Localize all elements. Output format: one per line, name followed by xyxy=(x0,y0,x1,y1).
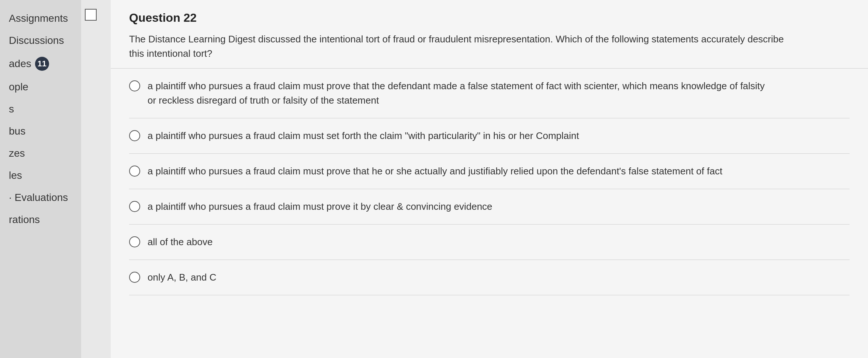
option-radio-d[interactable] xyxy=(129,201,140,212)
option-radio-e[interactable] xyxy=(129,236,140,247)
option-radio-c[interactable] xyxy=(129,166,140,177)
option-radio-f[interactable] xyxy=(129,272,140,283)
question-checkbox-area xyxy=(81,0,111,358)
sidebar-item-syllabus[interactable]: bus xyxy=(0,120,81,142)
sidebar-item-rations[interactable]: rations xyxy=(0,209,81,231)
list-item: a plaintiff who pursues a fraud claim mu… xyxy=(129,69,850,118)
sidebar-item-people[interactable]: ople xyxy=(0,76,81,98)
option-label-c: a plaintiff who pursues a fraud claim mu… xyxy=(148,164,722,178)
sidebar-item-label: ades xyxy=(9,58,31,70)
option-label-f: only A, B, and C xyxy=(148,270,216,285)
sidebar-item-label: s xyxy=(9,103,14,115)
option-label-b: a plaintiff who pursues a fraud claim mu… xyxy=(148,129,579,143)
question-header: Question 22 The Distance Learning Digest… xyxy=(111,0,868,69)
list-item: a plaintiff who pursues a fraud claim mu… xyxy=(129,118,850,154)
main-content: Question 22 The Distance Learning Digest… xyxy=(111,0,868,358)
option-label-d: a plaintiff who pursues a fraud claim mu… xyxy=(148,199,492,214)
list-item: a plaintiff who pursues a fraud claim mu… xyxy=(129,154,850,189)
sidebar: Assignments Discussions ades 11 ople s b… xyxy=(0,0,81,358)
list-item: a plaintiff who pursues a fraud claim mu… xyxy=(129,189,850,225)
grades-badge: 11 xyxy=(35,57,49,71)
sidebar-item-s[interactable]: s xyxy=(0,98,81,120)
question-title: Question 22 xyxy=(129,11,850,25)
sidebar-item-label: zes xyxy=(9,147,25,159)
question-container: Question 22 The Distance Learning Digest… xyxy=(111,0,868,358)
question-text: The Distance Learning Digest discussed t… xyxy=(129,32,793,61)
sidebar-item-label: les xyxy=(9,170,22,181)
sidebar-item-label: ople xyxy=(9,81,28,93)
sidebar-item-assignments[interactable]: Assignments xyxy=(0,7,81,29)
option-radio-a[interactable] xyxy=(129,80,140,91)
option-label-e: all of the above xyxy=(148,235,212,249)
sidebar-item-label: · Evaluations xyxy=(9,192,68,204)
sidebar-item-label: Assignments xyxy=(9,13,68,24)
sidebar-item-evaluations[interactable]: · Evaluations xyxy=(0,187,81,209)
sidebar-item-discussions[interactable]: Discussions xyxy=(0,29,81,52)
option-radio-b[interactable] xyxy=(129,130,140,141)
sidebar-item-label: rations xyxy=(9,214,40,226)
sidebar-item-files[interactable]: les xyxy=(0,164,81,187)
sidebar-item-grades[interactable]: ades 11 xyxy=(0,52,81,76)
list-item: only A, B, and C xyxy=(129,260,850,295)
sidebar-item-pages[interactable]: zes xyxy=(0,142,81,164)
options-container: a plaintiff who pursues a fraud claim mu… xyxy=(111,69,868,358)
list-item: all of the above xyxy=(129,225,850,260)
sidebar-item-label: Discussions xyxy=(9,35,64,46)
option-label-a: a plaintiff who pursues a fraud claim mu… xyxy=(148,79,775,108)
question-select-checkbox[interactable] xyxy=(85,9,97,21)
sidebar-item-label: bus xyxy=(9,125,25,137)
